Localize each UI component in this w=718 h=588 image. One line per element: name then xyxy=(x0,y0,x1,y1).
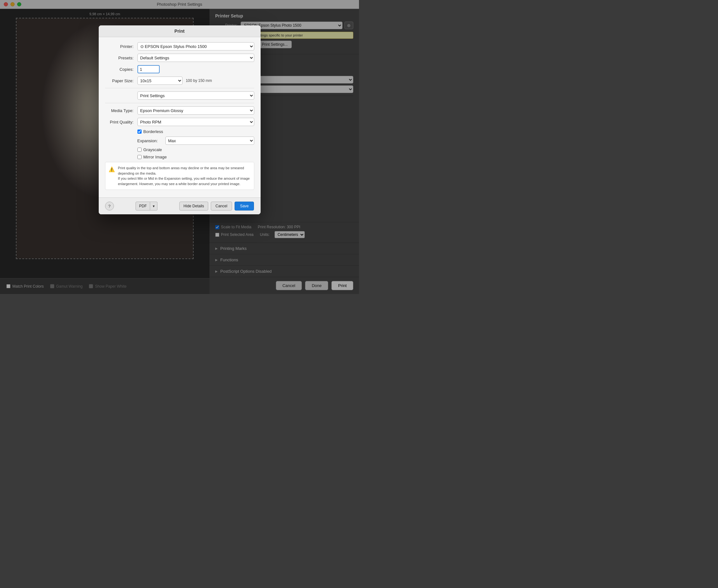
dialog-section-row: Print Settings xyxy=(105,91,254,100)
dialog-separator-2 xyxy=(105,103,254,103)
dialog-expansion-select[interactable]: Max xyxy=(165,136,254,145)
dialog-title: Print xyxy=(99,25,260,37)
dialog-print-quality-label: Print Quality: xyxy=(105,120,134,124)
dialog-section-select[interactable]: Print Settings xyxy=(138,91,254,100)
dialog-copies-label: Copies: xyxy=(105,67,134,72)
dialog-media-type-select[interactable]: Epson Premium Glossy xyxy=(138,106,254,114)
dialog-pdf-arrow[interactable]: ▼ xyxy=(150,202,157,210)
dialog-warning-box: ⚠️ Print quality in the top and bottom a… xyxy=(105,162,254,190)
dialog-help-button[interactable]: ? xyxy=(105,202,114,210)
dialog-body: Printer: ⊙ EPSON Epson Stylus Photo 1500… xyxy=(99,37,260,197)
dialog-print-quality-row: Print Quality: Photo RPM xyxy=(105,118,254,126)
dialog-presets-label: Presets: xyxy=(105,56,134,60)
dialog-expansion-row: Expansion: Max xyxy=(138,136,254,145)
dialog-footer: ? PDF ▼ Hide Details Cancel Save xyxy=(99,197,260,214)
dialog-separator-1 xyxy=(105,88,254,88)
dialog-warning-text: Print quality in the top and bottom area… xyxy=(118,165,251,186)
dialog-expansion-label: Expansion: xyxy=(138,139,163,143)
dialog-mirror-label: Mirror Image xyxy=(144,154,167,160)
dialog-mirror-row: Mirror Image xyxy=(138,154,254,160)
dialog-cancel-button[interactable]: Cancel xyxy=(211,202,232,210)
dialog-media-type-label: Media Type: xyxy=(105,108,134,113)
dialog-borderless-label: Borderless xyxy=(144,129,163,134)
dialog-paper-size-select[interactable]: 10x15 xyxy=(138,77,183,85)
dialog-printer-label: Printer: xyxy=(105,44,134,49)
dialog-presets-row: Presets: Default Settings xyxy=(105,54,254,62)
dialog-copies-row: Copies: xyxy=(105,65,254,74)
print-dialog: Print Printer: ⊙ EPSON Epson Stylus Phot… xyxy=(99,25,260,214)
dialog-grayscale-row: Grayscale xyxy=(138,147,254,152)
dialog-print-quality-select[interactable]: Photo RPM xyxy=(138,118,254,126)
dialog-borderless-row: Borderless xyxy=(138,129,254,134)
dialog-paper-size-dim: 100 by 150 mm xyxy=(186,79,212,83)
dialog-save-button[interactable]: Save xyxy=(235,202,254,210)
dialog-paper-size-row: Paper Size: 10x15 100 by 150 mm xyxy=(105,77,254,85)
dialog-media-type-row: Media Type: Epson Premium Glossy xyxy=(105,106,254,114)
warning-icon: ⚠️ xyxy=(109,166,115,186)
dialog-grayscale-label: Grayscale xyxy=(144,147,162,152)
dialog-presets-select[interactable]: Default Settings xyxy=(138,54,254,62)
dialog-pdf-button[interactable]: PDF xyxy=(135,202,150,210)
dialog-printer-row: Printer: ⊙ EPSON Epson Stylus Photo 1500 xyxy=(105,42,254,50)
dialog-paper-size-label: Paper Size: xyxy=(105,79,134,83)
dialog-overlay: Print Printer: ⊙ EPSON Epson Stylus Phot… xyxy=(0,0,359,294)
dialog-grayscale-checkbox[interactable] xyxy=(138,148,142,152)
dialog-mirror-checkbox[interactable] xyxy=(138,155,142,159)
dialog-borderless-checkbox[interactable] xyxy=(138,129,142,134)
dialog-hide-details-button[interactable]: Hide Details xyxy=(180,202,208,210)
dialog-copies-input[interactable] xyxy=(138,65,160,74)
pdf-group: PDF ▼ xyxy=(135,202,157,210)
dialog-printer-select[interactable]: ⊙ EPSON Epson Stylus Photo 1500 xyxy=(138,42,254,50)
